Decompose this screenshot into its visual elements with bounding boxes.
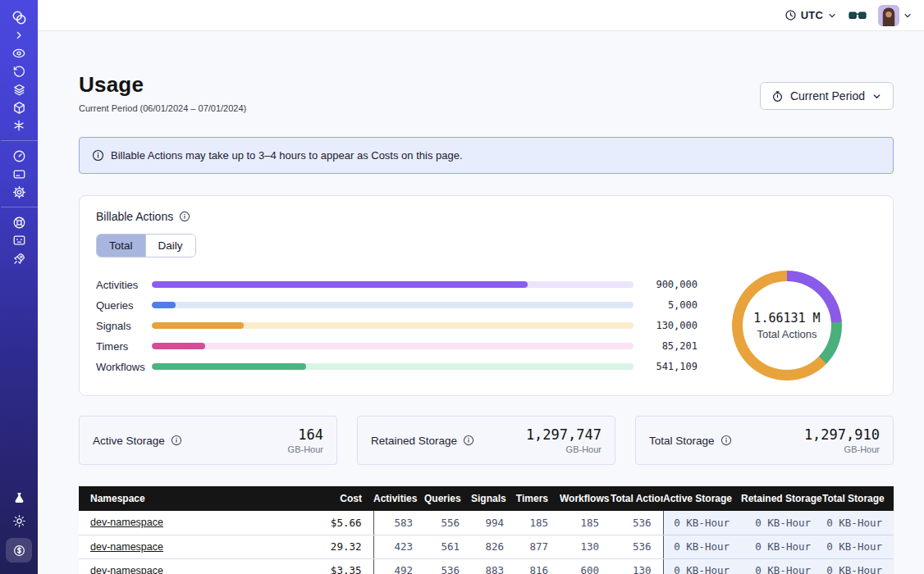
sidebar-item-usage-dashboard[interactable] <box>0 147 38 165</box>
donut-chart: 1.66131 M Total Actions <box>732 271 842 380</box>
sidebar-item-docs[interactable] <box>0 231 38 249</box>
total-actions-cell: 536 <box>611 511 663 535</box>
total-storage-card: Total Storage 1,297,910 GB-Hour <box>635 416 894 465</box>
cost-cell: 29.32 <box>291 535 373 558</box>
info-icon[interactable] <box>720 435 732 446</box>
total-storage-cell: 0 KB-Hour <box>822 558 894 574</box>
col-activities: Activities <box>373 486 424 511</box>
namespaces-icon <box>11 46 26 61</box>
queries-cell: 536 <box>424 558 471 574</box>
total-storage-unit: GB-Hour <box>804 444 880 454</box>
workflows-cell: 130 <box>560 535 611 558</box>
sidebar-item-theme-toggle[interactable] <box>0 512 38 530</box>
col-total-storage: Total Storage <box>822 486 894 511</box>
bar-label: Queries <box>96 299 152 312</box>
tab-daily[interactable]: Daily <box>145 235 195 257</box>
sidebar-item-namespaces[interactable] <box>0 44 38 62</box>
temporal-logo-icon <box>11 10 27 25</box>
col-active-storage: Active Storage <box>663 486 741 511</box>
table-row: dev-namespace $5.66 583 556 994 185 185 … <box>79 511 894 535</box>
sidebar-divider <box>1 140 38 141</box>
bar-value: 541,109 <box>645 361 698 372</box>
namespace-link[interactable]: dev-namespace <box>90 541 163 553</box>
namespace-link[interactable]: dev-namespace <box>90 565 163 574</box>
feedback-button[interactable] <box>849 9 867 22</box>
history-icon <box>12 65 26 79</box>
chevron-down-icon <box>903 11 913 20</box>
total-storage-label: Total Storage <box>649 435 715 447</box>
bar-track <box>152 302 634 308</box>
page-title: Usage <box>79 72 246 98</box>
sidebar-item-settings[interactable] <box>0 183 38 201</box>
col-queries: Queries <box>424 486 471 511</box>
bar-fill <box>152 302 176 308</box>
bar-fill <box>152 281 528 288</box>
period-selector-button[interactable]: Current Period <box>760 82 894 110</box>
avatar <box>878 5 899 26</box>
sidebar-item-support[interactable] <box>0 213 38 231</box>
sidebar-item-deployments[interactable] <box>0 98 38 116</box>
bar-fill <box>152 343 205 349</box>
period-selector-label: Current Period <box>790 89 865 102</box>
col-workflows: Workflows <box>560 486 611 511</box>
active-storage-cell: 0 KB-Hour <box>663 511 741 535</box>
cost-cell: $5.66 <box>291 511 373 535</box>
active-item-highlight <box>6 538 32 563</box>
total-storage-cell: 0 KB-Hour <box>822 511 894 535</box>
active-storage-value: 164 <box>288 426 323 443</box>
sidebar-item-getting-started[interactable] <box>0 249 38 267</box>
total-daily-toggle: Total Daily <box>96 234 196 257</box>
user-menu[interactable] <box>878 5 913 26</box>
monitor-icon <box>12 234 26 248</box>
chevron-right-icon <box>13 30 25 41</box>
total-storage-value: 1,297,910 <box>804 426 880 443</box>
activities-cell: 492 <box>373 558 424 574</box>
activities-cell: 583 <box>373 511 424 535</box>
total-actions-value: 1.66131 M <box>753 311 820 326</box>
bar-row-signals: Signals 130,000 <box>96 316 698 336</box>
active-storage-card: Active Storage 164 GB-Hour <box>79 416 337 465</box>
bar-track <box>152 281 634 288</box>
info-icon[interactable] <box>463 435 474 446</box>
col-total-actions: Total Actions <box>611 486 663 511</box>
chevron-down-icon <box>827 11 837 20</box>
col-timers: Timers <box>515 486 560 511</box>
total-actions-cell: 536 <box>611 535 663 558</box>
info-icon[interactable] <box>179 211 190 222</box>
dollar-coin-icon <box>12 544 26 558</box>
active-storage-cell: 0 KB-Hour <box>663 558 741 574</box>
rocket-icon <box>12 252 26 266</box>
billable-actions-card: Billable Actions Total Daily Activities … <box>79 195 894 396</box>
lifebuoy-icon <box>12 216 26 230</box>
main-content: Usage Current Period (06/01/2024 – 07/01… <box>38 31 924 574</box>
timezone-selector[interactable]: UTC <box>784 9 837 21</box>
queries-cell: 556 <box>424 511 471 535</box>
queries-cell: 561 <box>424 535 471 558</box>
info-icon <box>92 149 104 162</box>
sidebar-item-usage-active[interactable] <box>0 536 38 564</box>
activities-cell: 423 <box>373 535 424 558</box>
bar-label: Activities <box>96 279 152 291</box>
bar-fill <box>152 363 306 370</box>
sidebar-collapse-toggle[interactable] <box>0 26 38 44</box>
sidebar-item-home[interactable] <box>0 8 38 26</box>
retained-storage-label: Retained Storage <box>371 435 457 447</box>
workflows-cell: 185 <box>560 511 611 535</box>
glasses-icon <box>849 9 867 22</box>
bar-value: 900,000 <box>645 279 698 290</box>
sidebar-item-billing[interactable] <box>0 165 38 183</box>
namespace-link[interactable]: dev-namespace <box>90 517 163 528</box>
bar-row-queries: Queries 5,000 <box>96 295 698 316</box>
retained-storage-cell: 0 KB-Hour <box>741 558 822 574</box>
info-icon[interactable] <box>171 435 182 446</box>
col-retained-storage: Retained Storage <box>741 486 822 511</box>
retained-storage-value: 1,297,747 <box>526 426 602 443</box>
total-actions-label: Total Actions <box>757 328 817 340</box>
sidebar-item-layers[interactable] <box>0 80 38 98</box>
sidebar-item-labs[interactable] <box>0 489 38 507</box>
tab-total[interactable]: Total <box>97 235 145 257</box>
sidebar-item-schedules[interactable] <box>0 62 38 80</box>
sidebar-item-batch[interactable] <box>0 116 38 134</box>
retained-storage-cell: 0 KB-Hour <box>741 511 822 535</box>
bar-value: 85,201 <box>645 340 698 352</box>
